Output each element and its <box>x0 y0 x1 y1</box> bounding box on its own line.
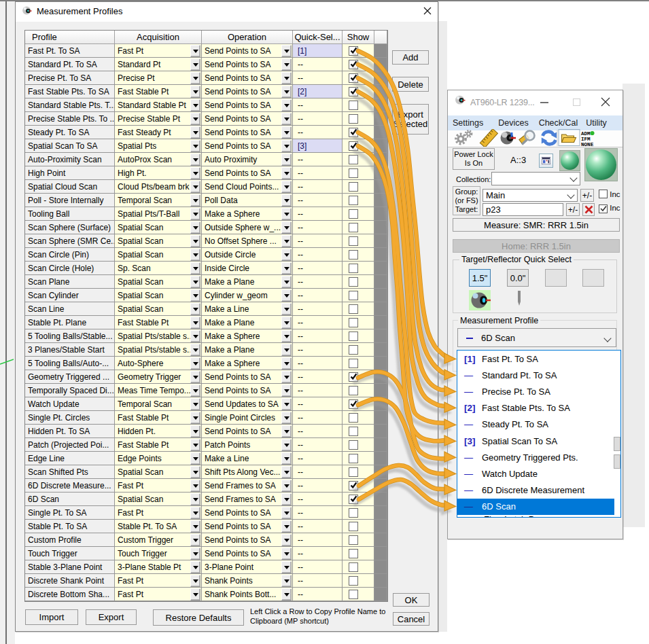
svg-text:ADM: ADM <box>581 131 591 137</box>
svg-text:IFM: IFM <box>581 137 591 142</box>
svg-text:NONE: NONE <box>581 142 594 147</box>
